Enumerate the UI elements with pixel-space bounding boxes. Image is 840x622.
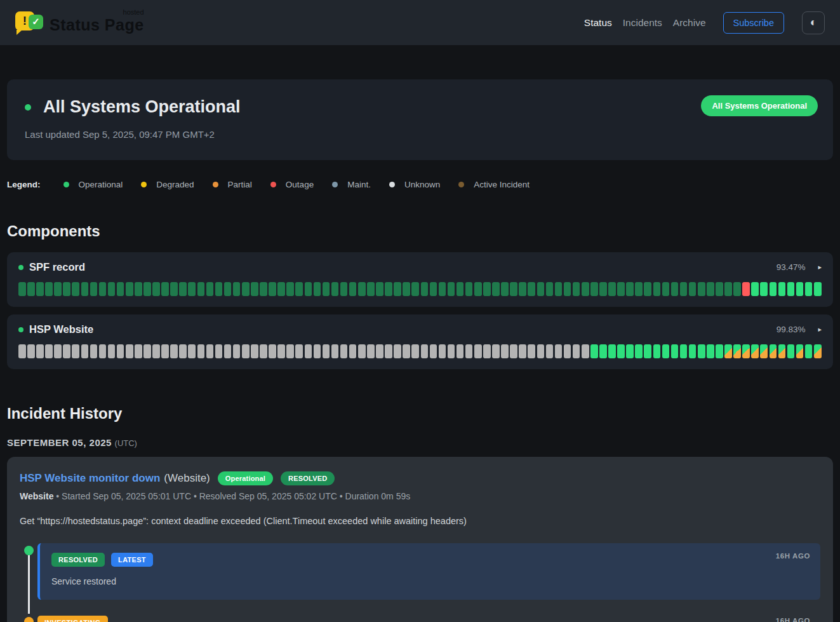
uptime-bar-up-degraded[interactable]: [796, 344, 804, 358]
uptime-bar-muted[interactable]: [63, 282, 70, 296]
uptime-bar-unknown[interactable]: [108, 344, 116, 358]
uptime-bar-unknown[interactable]: [27, 344, 35, 358]
uptime-bar-muted[interactable]: [376, 282, 383, 296]
uptime-bar-outage[interactable]: [742, 282, 750, 296]
uptime-bar-muted[interactable]: [474, 282, 482, 296]
uptime-bar-muted[interactable]: [90, 282, 98, 296]
uptime-bar-muted[interactable]: [152, 282, 160, 296]
uptime-bar-muted[interactable]: [305, 282, 312, 296]
uptime-bar-muted[interactable]: [582, 282, 589, 296]
uptime-bar-muted[interactable]: [510, 282, 517, 296]
uptime-bar-unknown[interactable]: [161, 344, 169, 358]
uptime-bar-muted[interactable]: [519, 282, 526, 296]
uptime-bar-unknown[interactable]: [367, 344, 375, 358]
uptime-bar-up[interactable]: [805, 344, 813, 358]
uptime-bar-unknown[interactable]: [215, 344, 223, 358]
nav-link-incidents[interactable]: Incidents: [623, 17, 662, 29]
uptime-bar-muted[interactable]: [635, 282, 643, 296]
uptime-bar-muted[interactable]: [608, 282, 616, 296]
uptime-bar-unknown[interactable]: [376, 344, 383, 358]
uptime-bar-unknown[interactable]: [439, 344, 446, 358]
uptime-bar-muted[interactable]: [465, 282, 473, 296]
uptime-bar-muted[interactable]: [242, 282, 250, 296]
uptime-bar-muted[interactable]: [537, 282, 545, 296]
uptime-bar-muted[interactable]: [340, 282, 348, 296]
uptime-bar-muted[interactable]: [206, 282, 214, 296]
uptime-bar-up[interactable]: [770, 282, 777, 296]
uptime-bar-unknown[interactable]: [448, 344, 455, 358]
uptime-bar-unknown[interactable]: [331, 344, 339, 358]
uptime-bar-up-degraded[interactable]: [751, 344, 759, 358]
uptime-bar-muted[interactable]: [724, 282, 732, 296]
expand-arrow-icon[interactable]: ▸: [818, 325, 822, 334]
uptime-bar-unknown[interactable]: [197, 344, 205, 358]
uptime-bar-muted[interactable]: [716, 282, 723, 296]
uptime-bar-unknown[interactable]: [582, 344, 589, 358]
uptime-bar-unknown[interactable]: [179, 344, 187, 358]
uptime-bar-unknown[interactable]: [152, 344, 160, 358]
uptime-bar-up[interactable]: [635, 344, 643, 358]
uptime-bar-up[interactable]: [662, 344, 670, 358]
uptime-bar-muted[interactable]: [117, 282, 124, 296]
uptime-bar-up[interactable]: [590, 344, 598, 358]
uptime-bar-muted[interactable]: [599, 282, 607, 296]
subscribe-button[interactable]: Subscribe: [723, 12, 784, 34]
uptime-bar-up[interactable]: [707, 344, 714, 358]
uptime-bar-unknown[interactable]: [251, 344, 258, 358]
uptime-bar-muted[interactable]: [295, 282, 303, 296]
uptime-bar-unknown[interactable]: [546, 344, 554, 358]
uptime-bar-unknown[interactable]: [99, 344, 107, 358]
uptime-bar-muted[interactable]: [394, 282, 401, 296]
uptime-bar-up[interactable]: [751, 282, 759, 296]
uptime-bar-unknown[interactable]: [528, 344, 535, 358]
uptime-bar-up[interactable]: [671, 344, 679, 358]
uptime-bar-unknown[interactable]: [117, 344, 124, 358]
uptime-bar-unknown[interactable]: [206, 344, 214, 358]
uptime-bar-unknown[interactable]: [45, 344, 53, 358]
uptime-bar-muted[interactable]: [18, 282, 26, 296]
uptime-bar-muted[interactable]: [36, 282, 44, 296]
uptime-bar-muted[interactable]: [448, 282, 455, 296]
uptime-bar-unknown[interactable]: [385, 344, 392, 358]
uptime-bar-muted[interactable]: [314, 282, 321, 296]
uptime-bar-unknown[interactable]: [411, 344, 419, 358]
uptime-bar-muted[interactable]: [662, 282, 670, 296]
uptime-bar-up[interactable]: [760, 282, 768, 296]
uptime-bar-unknown[interactable]: [135, 344, 142, 358]
uptime-bar-up-degraded[interactable]: [778, 344, 786, 358]
uptime-bar-muted[interactable]: [671, 282, 679, 296]
uptime-bar-unknown[interactable]: [81, 344, 89, 358]
uptime-bar-muted[interactable]: [707, 282, 714, 296]
uptime-bar-unknown[interactable]: [224, 344, 232, 358]
uptime-bar-unknown[interactable]: [403, 344, 410, 358]
nav-link-archive[interactable]: Archive: [673, 17, 706, 29]
uptime-bar-muted[interactable]: [179, 282, 187, 296]
uptime-bar-muted[interactable]: [564, 282, 571, 296]
uptime-bar-muted[interactable]: [457, 282, 464, 296]
uptime-bar-unknown[interactable]: [340, 344, 348, 358]
uptime-bar-unknown[interactable]: [188, 344, 196, 358]
uptime-bar-muted[interactable]: [286, 282, 294, 296]
uptime-bar-muted[interactable]: [135, 282, 142, 296]
uptime-bar-unknown[interactable]: [501, 344, 509, 358]
uptime-bar-up[interactable]: [814, 282, 822, 296]
uptime-bar-unknown[interactable]: [277, 344, 285, 358]
uptime-bar-muted[interactable]: [528, 282, 535, 296]
uptime-bar-muted[interactable]: [331, 282, 339, 296]
uptime-bar-up[interactable]: [680, 344, 688, 358]
uptime-bar-muted[interactable]: [99, 282, 107, 296]
uptime-bar-unknown[interactable]: [421, 344, 429, 358]
uptime-bar-muted[interactable]: [349, 282, 357, 296]
uptime-bar-unknown[interactable]: [90, 344, 98, 358]
uptime-bar-up-degraded[interactable]: [742, 344, 750, 358]
uptime-bar-up[interactable]: [787, 344, 795, 358]
uptime-bar-muted[interactable]: [27, 282, 35, 296]
uptime-bar-unknown[interactable]: [314, 344, 321, 358]
uptime-bar-unknown[interactable]: [573, 344, 580, 358]
uptime-bar-muted[interactable]: [501, 282, 509, 296]
uptime-bar-up[interactable]: [689, 344, 697, 358]
uptime-bar-unknown[interactable]: [18, 344, 26, 358]
uptime-bar-muted[interactable]: [617, 282, 625, 296]
uptime-bar-up[interactable]: [617, 344, 625, 358]
uptime-bar-unknown[interactable]: [170, 344, 178, 358]
